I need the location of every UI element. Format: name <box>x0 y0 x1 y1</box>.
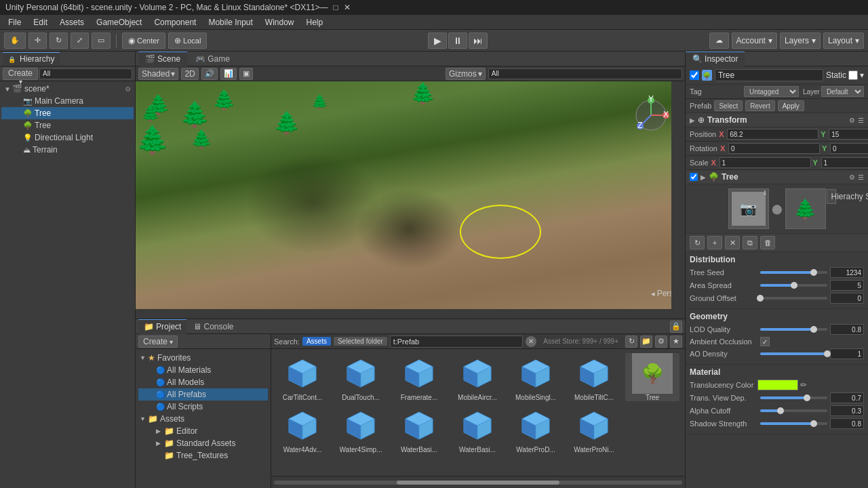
rect-tool-btn[interactable]: ▭ <box>92 33 111 49</box>
object-name-field[interactable] <box>715 69 823 81</box>
rotate-tool-btn[interactable]: ↻ <box>50 33 68 49</box>
hierarchy-search-input[interactable] <box>39 68 132 79</box>
project-tab[interactable]: 📁 Project <box>138 319 186 334</box>
transform-menu-icon[interactable]: ☰ <box>858 117 864 124</box>
scene-search-input[interactable] <box>488 68 682 79</box>
ambient-occlusion-checkbox[interactable]: ✓ <box>760 337 770 346</box>
trans-view-dep-input[interactable] <box>830 392 864 403</box>
rot-y-input[interactable] <box>830 143 868 154</box>
object-enabled-checkbox[interactable] <box>690 70 699 80</box>
filter-btn[interactable]: ⚙ <box>655 336 667 348</box>
asset-scroll-bar[interactable] <box>271 476 685 488</box>
ground-offset-slider[interactable] <box>760 297 827 300</box>
tree-seed-slider[interactable] <box>760 271 827 274</box>
menu-gameobject[interactable]: GameObject <box>91 16 147 28</box>
asset-item-dualtouch[interactable]: DualTouch... <box>334 353 388 401</box>
rot-x-input[interactable] <box>728 143 820 154</box>
asset-item-waterbasi2[interactable]: WaterBasi... <box>450 405 505 453</box>
hier-item-directional-light[interactable]: 💡 Directional Light <box>1 131 134 144</box>
translucency-color-swatch[interactable] <box>757 380 798 390</box>
layers-dropdown[interactable]: Layers ▾ <box>780 33 821 49</box>
menu-edit[interactable]: Edit <box>28 16 53 28</box>
hierarchy-create-btn[interactable]: Create ▾ <box>3 68 38 80</box>
hand-tool-btn[interactable]: ✋ <box>4 33 26 49</box>
trans-view-dep-slider[interactable] <box>760 396 827 399</box>
lod-quality-slider[interactable] <box>760 328 827 331</box>
ground-offset-input[interactable] <box>830 293 864 304</box>
menu-component[interactable]: Component <box>149 16 201 28</box>
tree-preview-thumb2[interactable]: 🌲 Hierachy Stats <box>785 188 826 229</box>
local-btn[interactable]: ⊕ Local <box>168 33 207 49</box>
alpha-cutoff-slider[interactable] <box>760 409 827 412</box>
prefab-revert-btn[interactable]: Revert <box>745 100 774 111</box>
tree-menu-icon[interactable]: ☰ <box>858 174 864 181</box>
project-create-btn[interactable]: Create ▾ <box>138 336 178 348</box>
star-btn[interactable]: ★ <box>670 336 682 348</box>
search-clear-btn[interactable]: ✕ <box>526 336 536 347</box>
asset-item-cartiltcont[interactable]: CarTiltCont... <box>275 353 330 401</box>
play-btn[interactable]: ▶ <box>428 33 447 49</box>
ao-density-slider[interactable] <box>760 352 827 355</box>
layer-dropdown[interactable]: Default <box>821 86 864 97</box>
game-tab[interactable]: 🎮 Game <box>189 52 237 66</box>
layout-dropdown[interactable]: Layout ▾ <box>823 33 864 49</box>
alpha-cutoff-input[interactable] <box>830 405 864 416</box>
hierarchy-tab[interactable]: 🔒 Hierarchy <box>3 52 60 65</box>
asset-item-mobileaircr[interactable]: MobileAircr... <box>450 353 505 401</box>
2d-btn[interactable]: 2D <box>181 68 198 80</box>
tree-preview-thumb1[interactable]: 1 📷 <box>728 188 769 229</box>
asset-item-framerate[interactable]: Framerate... <box>392 353 446 401</box>
center-btn[interactable]: ◉ ◉ Center Center <box>122 33 165 49</box>
hier-item-main-camera[interactable]: 📷 Main Camera <box>1 95 134 107</box>
hier-item-scene[interactable]: ▼ 🎬 scene* ⚙ <box>1 83 134 95</box>
proj-assets-header[interactable]: ▼ 📁 Assets <box>138 413 268 425</box>
refresh-btn[interactable]: ↻ <box>625 336 637 348</box>
asset-item-water4adv[interactable]: Water4Adv... <box>275 405 330 453</box>
pos-y-input[interactable] <box>829 129 868 140</box>
asset-search-input[interactable] <box>390 336 524 348</box>
proj-all-materials[interactable]: 🔵 All Materials <box>138 364 268 376</box>
tree-component-enabled[interactable] <box>690 173 698 181</box>
audio-btn[interactable]: 🔊 <box>201 68 218 80</box>
duplicate-tree-btn[interactable]: ⧉ <box>743 236 757 249</box>
tree-component-section-header[interactable]: ▶ 🌳 Tree ⚙ ☰ <box>686 170 868 184</box>
proj-editor[interactable]: ▶ 📁 Editor <box>138 425 268 437</box>
area-spread-input[interactable] <box>830 280 864 291</box>
pos-x-input[interactable] <box>727 129 818 140</box>
proj-all-scripts[interactable]: 🔵 All Scripts <box>138 401 268 413</box>
translucency-edit-icon[interactable]: ✏ <box>800 380 807 390</box>
console-tab[interactable]: 🖥 Console <box>188 319 239 334</box>
asset-item-waterbasi1[interactable]: WaterBasi... <box>392 405 446 453</box>
prefab-apply-btn[interactable]: Apply <box>778 100 804 111</box>
transform-section-header[interactable]: ▶ ⊕ Transform ⚙ ☰ <box>686 113 868 127</box>
add-tree-btn[interactable]: + <box>707 236 722 249</box>
move-tool-btn[interactable]: ✛ <box>28 33 47 49</box>
gizmos-btn[interactable]: Gizmos ▾ <box>446 68 486 80</box>
shading-dropdown[interactable]: Shaded ▾ <box>138 68 178 80</box>
scale-y-input[interactable] <box>821 157 868 168</box>
maximize-btn[interactable]: □ <box>334 3 338 12</box>
menu-file[interactable]: File <box>3 16 26 28</box>
asset-item-mobilesingl[interactable]: MobileSingl... <box>509 353 563 401</box>
asset-item-tree[interactable]: 🌳 Tree <box>625 353 679 401</box>
asset-item-waterprod[interactable]: WaterProD... <box>509 405 563 453</box>
shadow-strength-input[interactable] <box>830 418 864 429</box>
scale-tool-btn[interactable]: ⤢ <box>71 33 89 49</box>
refresh-tree-btn[interactable]: ↻ <box>690 236 705 249</box>
hier-item-tree-selected[interactable]: 🌳 Tree <box>1 107 134 119</box>
asset-item-mobiletiltc[interactable]: MobileTiltC... <box>567 353 621 401</box>
scene-view-options[interactable]: ▣ <box>239 68 253 80</box>
hier-item-tree2[interactable]: 🌳 Tree <box>1 119 134 131</box>
proj-favorites-header[interactable]: ▼ ★ Favorites <box>138 352 268 364</box>
inspector-tab[interactable]: 🔍 Inspector <box>686 52 745 66</box>
stats-btn[interactable]: 📊 <box>220 68 237 80</box>
proj-all-models[interactable]: 🔵 All Models <box>138 376 268 388</box>
tag-dropdown[interactable]: Untagged <box>744 86 799 97</box>
pause-btn[interactable]: ⏸ <box>448 33 467 49</box>
hier-item-terrain[interactable]: ⛰ Terrain <box>1 144 134 156</box>
prefab-select-btn[interactable]: Select <box>714 100 743 111</box>
shadow-strength-slider[interactable] <box>760 422 827 425</box>
scene-view[interactable]: 🌲 🌲 🌲 🌲 🌲 🌲 🌲 🌲 🌲 <box>136 81 685 319</box>
minimize-btn[interactable]: — <box>320 3 328 12</box>
proj-tree-textures[interactable]: 📁 Tree_Textures <box>138 449 268 462</box>
